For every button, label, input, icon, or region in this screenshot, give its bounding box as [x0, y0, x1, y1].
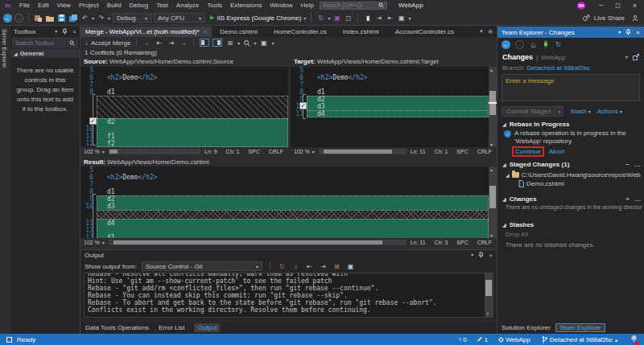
undo-dropdown-icon[interactable]: ▾	[92, 15, 94, 21]
toolbox-general-section[interactable]: ◢ General	[10, 48, 80, 58]
close-icon[interactable]: ×	[72, 28, 76, 35]
stash-button[interactable]: Stash▾	[570, 108, 590, 115]
target-editor-pane[interactable]: ✓ 5 6<h2>Demo</h2> 7 8d1 9d2 10d3 11d4 ▴…	[291, 67, 497, 147]
back-button[interactable]: ←	[502, 40, 510, 49]
staged-folder-row[interactable]: ◢ C:\Users\David.Hwang\source\repos\WebA…	[506, 170, 641, 179]
navigate-back-button[interactable]: ←	[3, 14, 12, 23]
previous-conflict-icon[interactable]: ←	[142, 38, 151, 47]
scroll-down-icon[interactable]: ▾	[490, 142, 493, 147]
pin-icon[interactable]	[62, 28, 68, 35]
close-icon[interactable]: ×	[204, 28, 208, 35]
new-project-icon[interactable]	[34, 14, 43, 23]
comment-icon[interactable]: ▣	[397, 13, 406, 23]
more-options-icon[interactable]: …	[634, 195, 641, 203]
last-conflict-icon[interactable]: ⇥	[167, 38, 175, 47]
branch-indicator[interactable]: Detached at 988af2bc ▴	[542, 336, 617, 343]
close-icon[interactable]: ×	[489, 252, 493, 259]
pending-edits-indicator[interactable]: 1	[477, 336, 488, 343]
accept-merge-button[interactable]: Accept Merge	[91, 39, 130, 47]
clear-all-icon[interactable]: ▣	[346, 261, 355, 271]
tab-merge-active[interactable]: Merge - WebApp/Vi...et (both modified)* …	[80, 27, 212, 37]
staged-changes-section-header[interactable]: ◢ Staged Changes (1) − …	[502, 160, 641, 169]
output-title-bar[interactable]: Output ▾ ×	[80, 250, 497, 261]
two-way-layout-button[interactable]	[200, 39, 209, 47]
continue-link[interactable]: Continue	[515, 148, 541, 155]
zoom-level[interactable]: 102 %	[294, 149, 310, 154]
abort-link[interactable]: Abort	[549, 148, 564, 155]
horizontal-scrollbar[interactable]	[109, 240, 407, 245]
chevron-down-icon[interactable]: ▾	[555, 107, 563, 116]
tab-homecontroller[interactable]: HomeController.cs	[266, 27, 335, 37]
preview-browser-icon[interactable]: ◻	[344, 13, 353, 23]
commit-message-box[interactable]: Enter a message	[502, 74, 640, 101]
stashes-section-header[interactable]: ◢ Stashes	[502, 220, 641, 229]
chevron-down-icon[interactable]: ▾	[328, 15, 330, 21]
zoom-level[interactable]: 102 %	[84, 240, 100, 245]
goto-next-message-icon[interactable]: ⇥	[319, 261, 328, 271]
find-message-icon[interactable]: ↓	[291, 261, 300, 271]
maximize-button[interactable]: ◻	[613, 1, 622, 10]
document-well-dropdown-icon[interactable]: ▼	[479, 29, 484, 34]
start-debug-button[interactable]: ▶ IIS Express (Google Chrome) ▾	[210, 14, 306, 22]
pin-icon[interactable]	[478, 252, 484, 258]
scrollbar-thumb[interactable]	[489, 186, 496, 208]
quick-search-box[interactable]: Search (Ctrl+Q)	[320, 2, 387, 10]
scroll-down-icon[interactable]: ▾	[486, 310, 489, 317]
refresh-icon[interactable]: ↻	[316, 13, 325, 23]
connect-icon[interactable]	[543, 40, 549, 48]
toolbar-overflow-icon[interactable]: ▾	[408, 15, 411, 21]
menu-extensions[interactable]: Extensions	[226, 0, 266, 10]
actions-button[interactable]: Actions▾	[597, 108, 622, 115]
repository-indicator[interactable]: WebApp	[499, 336, 530, 343]
notifications-button[interactable]	[630, 335, 638, 344]
live-share-button[interactable]: Live Share	[594, 14, 625, 22]
scroll-down-icon[interactable]: ▾	[490, 232, 493, 238]
forward-button[interactable]: →	[515, 40, 524, 49]
window-position-icon[interactable]: ▾	[55, 28, 57, 35]
rebase-section-header[interactable]: ◢ Rebase In Progress	[502, 120, 641, 129]
feedback-icon[interactable]	[632, 14, 639, 22]
tab-index-cshtml[interactable]: Index.cshtml	[335, 27, 387, 37]
scrollbar-thumb[interactable]	[485, 280, 492, 296]
minimize-button[interactable]: ─	[597, 1, 605, 10]
menu-view[interactable]: View	[53, 0, 75, 10]
tab-solution-explorer[interactable]: Solution Explorer	[502, 324, 551, 331]
tab-data-tools-operations[interactable]: Data Tools Operations	[85, 324, 149, 331]
home-icon[interactable]: ⌂	[529, 39, 538, 49]
undock-icon[interactable]	[633, 54, 639, 60]
scroll-up-icon[interactable]: ▴	[490, 166, 493, 172]
page-dropdown-icon[interactable]: ▾	[625, 54, 628, 60]
server-explorer-vertical-tab[interactable]: Server Explorer	[2, 29, 7, 68]
target-take-checkbox[interactable]: ✓	[299, 102, 307, 109]
solution-platform-dropdown[interactable]: Any CPU▾	[154, 13, 205, 23]
result-vertical-scrollbar[interactable]: ▴ ▾	[489, 166, 497, 238]
goto-previous-message-icon[interactable]: ⇤	[305, 261, 314, 271]
output-console[interactable]: Rebase - Resolve all conflicts manually,…	[84, 273, 493, 318]
horizontal-scrollbar[interactable]	[319, 149, 407, 154]
tab-error-list[interactable]: Error List	[159, 324, 184, 331]
save-all-icon[interactable]	[68, 14, 78, 23]
indent-icon[interactable]: ⇥	[374, 13, 383, 23]
menu-help[interactable]: Help	[297, 0, 318, 10]
tab-team-explorer-active[interactable]: Team Explorer	[555, 323, 605, 332]
window-position-icon[interactable]: ▾	[471, 252, 473, 259]
team-explorer-title-bar[interactable]: Team Explorer - Changes ▾ ×	[497, 27, 644, 38]
save-icon[interactable]	[57, 14, 66, 23]
menu-window[interactable]: Window	[266, 0, 296, 10]
close-button[interactable]: ×	[630, 1, 639, 10]
navigate-forward-button[interactable]: →	[14, 14, 23, 23]
undo-icon[interactable]: ↶	[80, 13, 89, 23]
close-icon[interactable]: ×	[636, 29, 640, 36]
open-folder-icon[interactable]	[45, 14, 55, 23]
commit-staged-button[interactable]: Commit Staged ▾	[502, 106, 564, 117]
scroll-up-icon[interactable]: ▴	[490, 67, 493, 72]
result-editor-pane[interactable]: 5 6<h2>Demo</h2> 7 8d1 9d2 10d3 11d4 12 …	[80, 166, 497, 238]
word-wrap-icon[interactable]: ⊞	[332, 261, 341, 271]
zoom-level[interactable]: 102 %	[84, 149, 100, 154]
window-position-icon[interactable]: ▾	[618, 29, 621, 36]
redo-dropdown-icon[interactable]: ▾	[108, 15, 110, 21]
pin-icon[interactable]	[625, 29, 631, 35]
collapse-icon[interactable]: −	[625, 161, 630, 168]
tab-output-active[interactable]: Output	[194, 323, 220, 332]
menu-project[interactable]: Project	[75, 0, 103, 10]
